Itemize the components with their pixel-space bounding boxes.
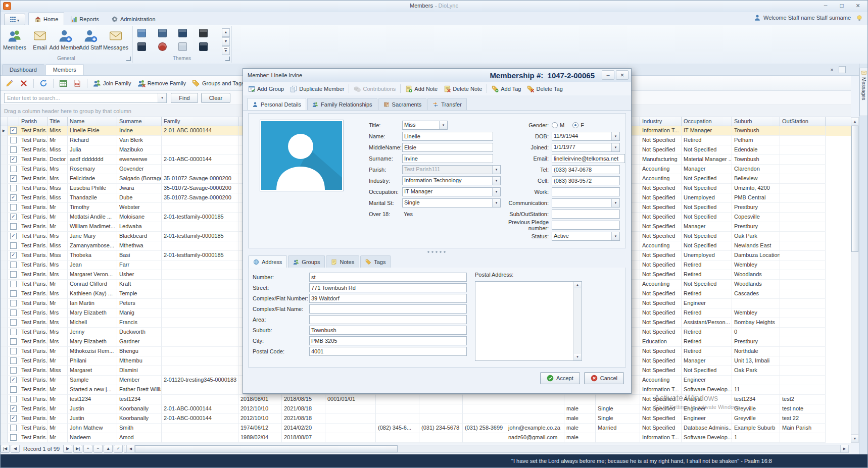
dropdown-arrow-icon[interactable] xyxy=(611,232,619,240)
app-menu-button[interactable] xyxy=(4,14,25,25)
row-checkbox[interactable]: ✓ xyxy=(10,405,17,412)
add-group-button[interactable]: Add Group xyxy=(245,84,287,93)
combo-dob[interactable]: 11/9/1944 xyxy=(552,132,620,141)
row-checkbox[interactable] xyxy=(10,357,17,364)
column-header-industry[interactable]: Industry xyxy=(640,117,682,126)
column-header-title[interactable]: Title xyxy=(47,117,68,126)
input-suburb[interactable]: Townbush xyxy=(309,326,467,335)
row-checkbox[interactable] xyxy=(10,348,17,354)
row-checkbox[interactable] xyxy=(10,262,17,268)
column-header-parish[interactable]: Parish xyxy=(19,117,47,126)
search-dropdown-icon[interactable] xyxy=(158,93,166,102)
group-launcher-icon[interactable] xyxy=(225,57,230,61)
row-checkbox[interactable]: ✓ xyxy=(10,175,17,182)
tab-family-relationships[interactable]: Family Relationships xyxy=(307,98,377,110)
scroll-right-icon[interactable] xyxy=(840,445,848,452)
theme-swatch[interactable] xyxy=(178,29,187,37)
cancel-button[interactable]: Cancel xyxy=(584,372,624,384)
tab-close-icon[interactable] xyxy=(828,66,836,74)
input-tel[interactable]: (033) 347-0678 xyxy=(552,165,620,174)
gender-radio-m[interactable] xyxy=(552,122,558,128)
row-checkbox[interactable] xyxy=(10,271,17,278)
combo-industry[interactable]: Information Technology xyxy=(402,176,501,185)
groups-and-tags-button[interactable]: Groups and Tags xyxy=(189,78,247,89)
navigator-button[interactable]: ◀ xyxy=(11,445,20,453)
row-checkbox[interactable] xyxy=(10,367,17,374)
dropdown-arrow-icon[interactable] xyxy=(611,199,619,207)
input-work[interactable] xyxy=(552,187,620,196)
navigator-button[interactable]: |◀ xyxy=(1,445,10,453)
row-checkbox[interactable] xyxy=(10,223,17,230)
row-checkbox[interactable] xyxy=(10,319,17,326)
combo-title[interactable]: Miss xyxy=(402,121,448,130)
input-complex-flat-name[interactable] xyxy=(309,304,467,314)
column-header-family[interactable]: Family xyxy=(162,117,238,126)
scrollbar-thumb[interactable] xyxy=(135,445,398,452)
theme-swatch[interactable] xyxy=(158,29,167,37)
tab-home[interactable]: Home xyxy=(28,12,64,26)
input-surname[interactable]: Irvine xyxy=(402,154,493,163)
gallery-expand-button[interactable] xyxy=(222,46,230,55)
close-button[interactable] xyxy=(850,1,866,11)
input-cell[interactable]: (083) 303-9572 xyxy=(552,176,620,185)
tab-members[interactable]: Members xyxy=(45,64,84,75)
row-checkbox[interactable] xyxy=(10,386,17,393)
table-row[interactable]: Test Paris...MrJohn MathewSmith1974/06/1… xyxy=(0,424,851,433)
row-checkbox[interactable] xyxy=(10,300,17,306)
row-checkbox[interactable] xyxy=(10,137,17,143)
tab-personal-details[interactable]: Personal Details xyxy=(247,98,306,110)
email-button[interactable]: Email xyxy=(27,27,53,57)
column-header-name[interactable]: Name xyxy=(68,117,117,126)
tab-list-icon[interactable] xyxy=(839,66,846,73)
row-checkbox[interactable]: ✓ xyxy=(10,415,17,422)
table-row[interactable]: ✓Test Paris...MrJustinKoorbanally2-01-AB… xyxy=(0,414,851,424)
gender-radio-f[interactable] xyxy=(572,122,578,128)
row-checkbox[interactable] xyxy=(10,425,17,431)
input-street[interactable]: 771 Townbush Rd xyxy=(309,283,467,292)
tab-notes[interactable]: Notes xyxy=(326,255,359,268)
help-icon[interactable] xyxy=(856,15,863,22)
row-checkbox[interactable]: ✓ xyxy=(10,127,17,134)
navigator-button[interactable]: ✓ xyxy=(114,445,123,453)
input-middlename[interactable]: Elsie xyxy=(402,143,493,152)
export-excel-button[interactable] xyxy=(57,78,70,89)
maximize-button[interactable] xyxy=(834,1,850,11)
search-input[interactable]: Enter text to search... xyxy=(4,93,167,103)
theme-swatch[interactable] xyxy=(158,42,167,51)
horizontal-scrollbar[interactable] xyxy=(126,445,849,453)
accept-button[interactable]: Accept xyxy=(540,372,580,384)
row-checkbox[interactable] xyxy=(10,309,17,316)
theme-swatch[interactable] xyxy=(199,29,208,37)
scroll-down-icon[interactable] xyxy=(574,354,581,360)
column-header-suburb[interactable]: Suburb xyxy=(732,117,780,126)
navigator-button[interactable]: ▶ xyxy=(63,445,72,453)
row-checkbox[interactable] xyxy=(10,166,17,172)
duplicate-member-button[interactable]: Duplicate Member xyxy=(287,84,347,93)
dialog-close-button[interactable] xyxy=(616,70,629,80)
scroll-down-icon[interactable] xyxy=(851,434,858,442)
delete-tag-button[interactable]: Delete Tag xyxy=(524,84,565,93)
row-checkbox[interactable] xyxy=(10,242,17,249)
member-photo[interactable] xyxy=(260,120,344,191)
tab-address[interactable]: Address xyxy=(248,255,287,268)
input-complex-flat-number[interactable]: 39 Waltdorf xyxy=(309,294,467,303)
combo-status[interactable]: Active xyxy=(552,232,620,241)
delete-button[interactable] xyxy=(17,78,30,89)
tab-dashboard[interactable]: Dashboard xyxy=(2,64,44,75)
input-number[interactable]: st xyxy=(309,273,467,282)
theme-swatch[interactable] xyxy=(137,42,146,51)
export-pdf-button[interactable] xyxy=(71,78,84,89)
input-area[interactable] xyxy=(309,315,467,324)
input-name[interactable]: Linelle xyxy=(402,132,493,141)
tab-groups[interactable]: Groups xyxy=(288,255,325,268)
combo-marital-st[interactable]: Single xyxy=(402,198,501,207)
edit-button[interactable] xyxy=(3,78,16,89)
row-checkbox[interactable]: ✓ xyxy=(10,233,17,239)
input-sub-outstation[interactable] xyxy=(552,210,620,219)
combo-occupation[interactable]: IT Manager xyxy=(402,187,501,196)
tab-administration[interactable]: Administration xyxy=(105,12,162,26)
scroll-up-icon[interactable] xyxy=(574,282,581,288)
add-member-button[interactable]: Add Member xyxy=(53,27,78,57)
row-checkbox[interactable] xyxy=(10,204,17,211)
column-header-surname[interactable]: Surname xyxy=(117,117,162,126)
